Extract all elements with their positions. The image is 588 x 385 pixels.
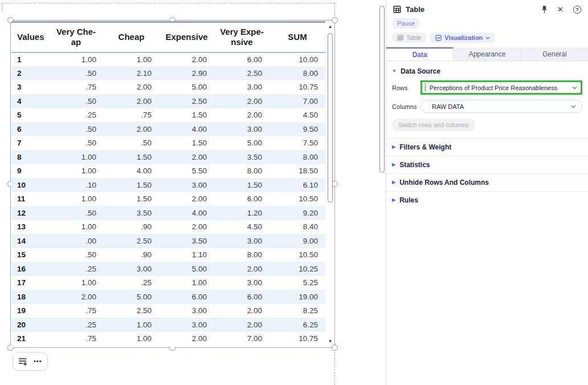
rows-form-row: Rows 1 2 3 Perceptions of Product Price … <box>392 80 582 95</box>
pause-button[interactable]: Pause <box>392 18 420 29</box>
canvas-scrollbar-thumb[interactable] <box>379 6 385 173</box>
table-scroll-up-icon[interactable]: ▴ <box>326 23 334 30</box>
data-table[interactable]: ValuesVery Che- apCheapExpensiveVery Exp… <box>11 21 326 347</box>
table-cell: .50 <box>48 136 104 151</box>
table-type-icon <box>397 35 403 40</box>
output-type-switcher: Table Visualization <box>392 33 588 43</box>
table-cell: 1.00 <box>104 52 159 67</box>
table-cell: 7.50 <box>270 136 325 151</box>
row-label: 18 <box>11 290 48 304</box>
section-rules[interactable]: ▶ Rules <box>386 191 588 209</box>
table-cell: 3.50 <box>214 150 270 164</box>
table-cell: 2.90 <box>159 66 214 80</box>
app-window: ValuesVery Che- apCheapExpensiveVery Exp… <box>0 0 588 385</box>
add-data-icon[interactable] <box>18 357 28 366</box>
table-cell: 1.00 <box>159 276 214 290</box>
tab-appearance[interactable]: Appearance <box>453 47 520 60</box>
table-cell: 1.00 <box>48 164 104 179</box>
switch-rows-columns-button[interactable]: Switch rows and columns <box>392 119 475 131</box>
table-cell: .25 <box>104 276 159 290</box>
table-cell: 1.50 <box>104 192 159 206</box>
table-row: 131.00.902.004.508.40 <box>11 220 325 234</box>
row-label: 2 <box>11 66 48 80</box>
rows-dropdown[interactable]: 1 2 3 Perceptions of Product Price Reaso… <box>420 80 582 95</box>
tab-general[interactable]: General <box>521 47 588 60</box>
table-cell: 9.00 <box>270 234 325 248</box>
table-cell: 4.00 <box>104 164 159 179</box>
column-header: Expensive <box>159 22 214 52</box>
table-row: 10.101.503.001.506.10 <box>11 178 325 192</box>
row-label: 14 <box>11 234 48 248</box>
table-scrollbar-thumb[interactable] <box>328 33 333 202</box>
table-row: 3.752.005.003.0010.75 <box>11 80 325 95</box>
table-cell: .50 <box>48 248 104 262</box>
table-cell: .50 <box>48 94 104 108</box>
table-cell: 2.00 <box>214 304 270 318</box>
row-label: 21 <box>11 332 48 346</box>
table-cell: 8.00 <box>214 164 270 179</box>
table-cell: 1.50 <box>104 178 159 192</box>
table-cell: 1.00 <box>48 276 104 290</box>
columns-dropdown[interactable]: RAW DATA <box>420 100 582 113</box>
table-row: 11.001.002.006.0010.00 <box>11 52 325 67</box>
table-cell: 2.50 <box>214 66 270 80</box>
section-unhide-rows-columns[interactable]: ▶ Unhide Rows And Columns <box>386 173 588 191</box>
table-cell: 1.00 <box>48 220 104 234</box>
column-header: Very Che- ap <box>48 22 104 52</box>
table-cell: 8.00 <box>214 248 270 262</box>
rows-label: Rows <box>392 84 420 91</box>
table-cell: 2.00 <box>159 150 214 164</box>
table-cell: 1.50 <box>214 178 270 192</box>
table-cell: 6.00 <box>214 290 270 304</box>
table-cell: .25 <box>48 108 104 123</box>
table-row: 91.004.005.508.0018.50 <box>11 164 325 179</box>
table-cell: .75 <box>48 80 104 95</box>
triangle-expanded-icon: ▼ <box>392 69 397 74</box>
table-scroll-down-icon[interactable]: ▾ <box>326 338 334 345</box>
close-icon[interactable]: ✕ <box>557 6 564 13</box>
row-label: 5 <box>11 108 48 123</box>
table-cell: 5.00 <box>159 80 214 95</box>
table-cell: 1.00 <box>104 318 159 332</box>
table-cell: 1.50 <box>104 150 159 164</box>
table-cell: 9.20 <box>270 206 325 220</box>
data-source-section-header[interactable]: ▼ Data Source <box>392 67 582 75</box>
tab-data[interactable]: Data <box>386 47 453 60</box>
panel-tabs: Data Appearance General <box>386 47 588 61</box>
table-cell: 6.00 <box>159 290 214 304</box>
table-cell: 2.50 <box>159 94 214 108</box>
table-cell: 3.00 <box>159 304 214 318</box>
table-cell: 6.10 <box>270 178 325 192</box>
table-cell: 6.00 <box>214 192 270 206</box>
table-cell: 10.75 <box>270 332 325 346</box>
section-statistics[interactable]: ▶ Statistics <box>386 156 588 173</box>
table-cell: 3.00 <box>214 234 270 248</box>
table-row: 19.752.503.002.008.25 <box>11 304 325 318</box>
table-cell: 8.25 <box>270 304 325 318</box>
table-cell: 2.00 <box>159 220 214 234</box>
table-cell: .25 <box>48 318 104 332</box>
table-cell: 1.20 <box>214 206 270 220</box>
more-options-icon[interactable]: ••• <box>34 358 42 364</box>
table-cell: 2.00 <box>159 52 214 67</box>
table-cell: 4.00 <box>159 206 214 220</box>
table-type-button[interactable]: Table <box>392 33 426 43</box>
selection-handle-bottom-right[interactable] <box>332 345 338 351</box>
columns-form-row: Columns RAW DATA <box>392 100 582 113</box>
visualization-button[interactable]: Visualization <box>430 33 495 43</box>
row-label: 7 <box>11 136 48 151</box>
help-icon[interactable]: ? <box>573 6 581 14</box>
table-cell: 2.00 <box>214 94 270 108</box>
pin-icon[interactable] <box>541 6 548 14</box>
table-cell: 3.00 <box>159 178 214 192</box>
table-row: 171.00.251.003.005.25 <box>11 276 325 290</box>
row-label: 10 <box>11 178 48 192</box>
table-row: 21.751.002.007.0010.75 <box>11 332 325 346</box>
table-cell: 1.50 <box>159 108 214 123</box>
section-filters-weight[interactable]: ▶ Filters & Weight <box>386 138 588 156</box>
panel-title: Table <box>406 5 424 14</box>
table-row: 81.001.502.003.508.00 <box>11 150 325 164</box>
page-boundary-corner <box>2 3 2 11</box>
chevron-down-icon <box>571 105 576 108</box>
table-row: 14.002.503.503.009.00 <box>11 234 325 248</box>
